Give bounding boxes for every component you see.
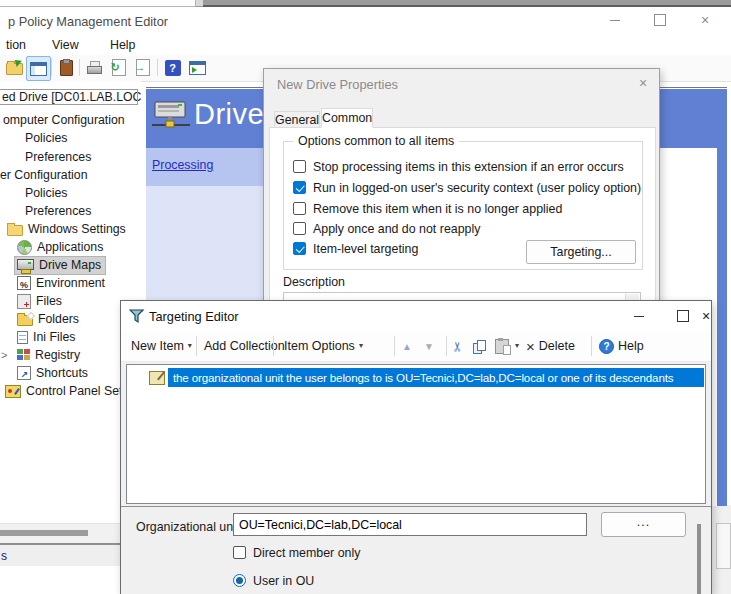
processing-link[interactable]: Processing [152, 158, 213, 172]
minimize-icon [634, 316, 644, 317]
open-folder-back-button[interactable] [3, 56, 26, 79]
tree-item-user-configuration[interactable]: er Configuration [0, 166, 141, 184]
targeting-button[interactable]: Targeting... [526, 240, 636, 264]
console-tree-toggle-button[interactable] [26, 56, 51, 81]
registry-icon [17, 349, 30, 361]
new-window-button[interactable] [186, 56, 209, 79]
option-run-in-user-context[interactable]: Run in logged-on user's security context… [293, 180, 641, 195]
minimize-button[interactable] [626, 305, 652, 327]
tab-general[interactable]: General [274, 111, 320, 128]
te-window-title: Targeting Editor [149, 309, 239, 324]
cut-button[interactable]: ✂ [452, 331, 463, 361]
clipboard-button[interactable] [55, 56, 78, 79]
print-button[interactable] [83, 56, 106, 79]
gpme-window-title: p Policy Management Editor [8, 14, 168, 29]
copy-button[interactable] [472, 331, 487, 361]
checkbox-checked[interactable] [293, 181, 306, 194]
tree-item-policies[interactable]: Policies [0, 184, 141, 202]
toolbar-separator [591, 336, 592, 356]
down-arrow-icon: ▼ [424, 341, 434, 352]
control-panel-icon [5, 385, 21, 398]
item-options-button[interactable]: Item Options▾ [284, 331, 363, 361]
export-list-button[interactable]: → [131, 56, 154, 79]
tree-item-policies[interactable]: Policies [0, 129, 141, 147]
menu-help[interactable]: Help [104, 36, 141, 55]
help-icon: ? [165, 60, 181, 76]
close-button[interactable]: × [631, 73, 655, 93]
funnel-icon [129, 309, 145, 324]
help-icon: ? [599, 339, 614, 354]
scissors-icon: ✂ [450, 341, 465, 352]
tree-item-windows-settings[interactable]: Windows Settings [0, 220, 141, 238]
targeting-item-list[interactable]: the organizational unit the user belongs… [126, 364, 706, 504]
delete-button[interactable]: ×Delete [526, 331, 575, 361]
refresh-icon: ↻ [112, 59, 126, 76]
checkbox-unchecked[interactable] [233, 546, 246, 559]
drive-header-icon [152, 99, 190, 133]
toolbar-separator [79, 59, 80, 76]
refresh-button[interactable]: ↻ [107, 56, 130, 79]
tree-item-environment[interactable]: %Environment [0, 274, 141, 292]
up-arrow-icon: ▲ [402, 341, 412, 352]
maximize-icon [654, 14, 666, 26]
chevron-right-icon[interactable]: > [1, 346, 10, 364]
menu-action[interactable]: tion [0, 36, 32, 55]
panel-scrollbar-thumb[interactable] [697, 524, 701, 594]
move-up-button[interactable]: ▲ [402, 331, 412, 361]
tree-item-preferences[interactable]: Preferences [0, 148, 141, 166]
maximize-button[interactable] [647, 9, 673, 31]
checkbox-checked[interactable] [293, 242, 306, 255]
user-in-ou-option[interactable]: User in OU [233, 573, 314, 588]
folder-icon [7, 225, 23, 236]
toolbar-separator [394, 336, 395, 356]
background-window-edge-bar [203, 0, 731, 7]
options-group-label: Options common to all items [293, 134, 459, 148]
files-icon [17, 294, 31, 309]
tree-item-drive-maps[interactable]: Drive Maps [0, 256, 141, 274]
help-button[interactable]: ?Help [599, 331, 644, 361]
item-detail-panel: Organizational unit ... Direct member on… [121, 506, 711, 594]
paste-button[interactable] [495, 331, 509, 361]
help-button[interactable]: ? [161, 56, 184, 79]
option-stop-processing[interactable]: Stop processing items in this extension … [293, 159, 624, 174]
option-remove-when-not-applied[interactable]: Remove this item when it is no longer ap… [293, 201, 562, 216]
tree-item-computer-configuration[interactable]: omputer Configuration [0, 111, 141, 129]
targeting-item-text[interactable]: the organizational unit the user belongs… [168, 368, 704, 387]
browse-button[interactable]: ... [601, 512, 686, 537]
checkbox-unchecked[interactable] [293, 160, 306, 173]
organizational-unit-input[interactable] [233, 513, 587, 536]
close-button[interactable]: × [693, 305, 719, 327]
minimize-button[interactable] [602, 9, 628, 31]
paste-dropdown[interactable]: ▾ [515, 331, 519, 361]
scrollbar-thumb[interactable] [0, 530, 88, 536]
toolbar-separator [157, 59, 158, 76]
option-item-level-targeting[interactable]: Item-level targeting [293, 241, 418, 256]
option-apply-once[interactable]: Apply once and do not reapply [293, 221, 480, 236]
direct-member-only-option[interactable]: Direct member only [233, 545, 360, 560]
folder-back-icon [6, 63, 23, 75]
maximize-icon [677, 310, 689, 322]
radio-selected[interactable] [233, 574, 246, 587]
te-titlebar: Targeting Editor × [121, 301, 711, 331]
clipboard-icon [60, 60, 73, 76]
menu-view[interactable]: View [46, 36, 85, 55]
tab-common[interactable]: Common [321, 108, 373, 128]
background-window-edge-gap [196, 0, 203, 7]
organizational-unit-label: Organizational unit [136, 520, 239, 534]
copy-icon [472, 339, 487, 354]
close-button[interactable]: × [692, 9, 718, 31]
toolbar-separator [51, 59, 52, 76]
new-item-button[interactable]: New Item▾ [131, 331, 192, 361]
folders-icon [17, 315, 33, 326]
tree-item-applications[interactable]: Applications [0, 238, 141, 256]
shortcuts-icon: ↗ [17, 366, 31, 380]
background-window-edge [0, 0, 731, 7]
close-icon: × [639, 75, 647, 91]
tree-item-root[interactable]: ed Drive [DC01.LAB.LOCA [0, 88, 141, 106]
tree-item-preferences[interactable]: Preferences [0, 202, 141, 220]
checkbox-unchecked[interactable] [293, 222, 306, 235]
targeting-item-row[interactable]: the organizational unit the user belongs… [127, 368, 705, 387]
move-down-button[interactable]: ▼ [424, 331, 434, 361]
ini-files-icon [17, 331, 28, 344]
checkbox-unchecked[interactable] [293, 202, 306, 215]
